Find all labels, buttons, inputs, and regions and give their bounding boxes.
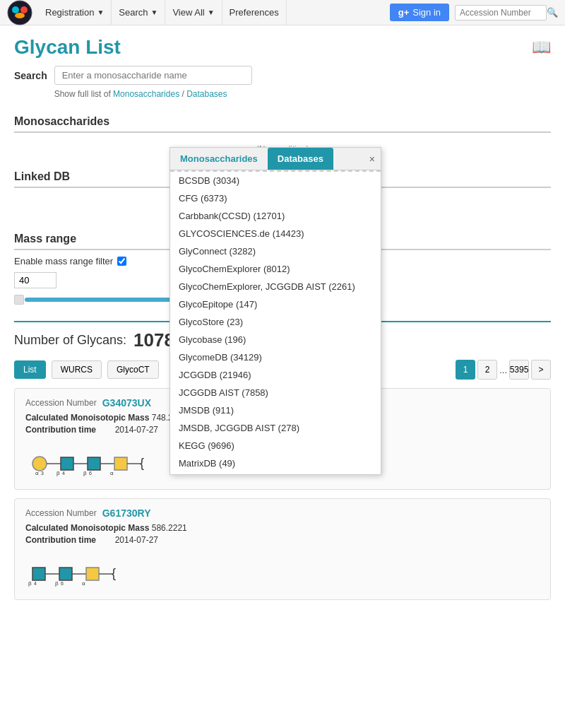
dropdown-list-item[interactable]: CFG (6373) [170, 189, 381, 207]
svg-rect-16 [114, 457, 127, 470]
svg-rect-8 [61, 457, 73, 470]
results-label: Number of Glycans: [14, 333, 126, 348]
svg-text:β: β [28, 580, 32, 587]
dropdown-list-item[interactable]: GlycoStore (23) [170, 313, 381, 331]
svg-text:α: α [82, 580, 85, 587]
monosaccharides-section-header: Monosaccharides [14, 110, 551, 133]
dropdown-list-item[interactable]: GLYCOSCIENCES.de (14423) [170, 225, 381, 242]
svg-text:{: { [112, 566, 116, 580]
mass-range-title: Mass range [14, 233, 76, 245]
page-dots: ... [499, 365, 507, 375]
logo[interactable] [7, 0, 32, 25]
accession-id-2[interactable]: G61730RY [102, 507, 151, 519]
page-2-button[interactable]: 2 [477, 360, 497, 380]
svg-text:4: 4 [34, 581, 37, 586]
dropdown-tabs: Monosaccharides Databases [170, 148, 333, 170]
svg-text:β: β [55, 580, 59, 587]
linked-db-title: Linked DB [14, 170, 70, 182]
svg-text:β: β [56, 470, 60, 476]
dropdown-list: BCSDB (3034)CFG (6373)Carbbank(CCSD) (12… [170, 170, 381, 474]
search-label-row: Search [14, 66, 551, 85]
svg-point-1 [12, 6, 19, 13]
glycan-mass-2: Calculated Monoisotopic Mass 586.2221 [25, 523, 540, 533]
glycan-drawing-2: β 4 β 6 α { [25, 552, 540, 591]
dropdown-list-item[interactable]: BCSDB (3034) [170, 172, 381, 189]
svg-text:α: α [35, 470, 39, 476]
time-label-1: Contribution time [25, 425, 96, 435]
tab-monosaccharides[interactable]: Monosaccharides [170, 148, 268, 170]
nav-registration[interactable]: Registration ▼ [38, 0, 112, 25]
dropdown-list-item[interactable]: GlycoEpitope (147) [170, 295, 381, 313]
dropdown-list-item[interactable]: PDB (889) [170, 472, 381, 474]
dropdown-list-item[interactable]: MatrixDB (49) [170, 454, 381, 472]
svg-text:6: 6 [89, 471, 92, 476]
time-label-2: Contribution time [25, 535, 96, 545]
help-book-icon[interactable]: 📖 [532, 38, 551, 57]
svg-point-3 [15, 13, 25, 18]
search-label: Search [14, 70, 47, 81]
accession-row-2: Accession Number G61730RY [25, 507, 540, 519]
mass-label-1: Calculated Monoisotopic Mass [25, 413, 149, 423]
dropdown-header: Monosaccharides Databases × [170, 148, 381, 170]
dropdown-list-item[interactable]: KEGG (9696) [170, 437, 381, 454]
nav-viewall[interactable]: View All ▼ [165, 0, 222, 25]
dropdown-list-item[interactable]: GlycomeDB (34129) [170, 348, 381, 366]
dropdown-list-item[interactable]: Glycobase (196) [170, 331, 381, 348]
monosaccharides-link[interactable]: Monosaccharides [113, 89, 179, 99]
header-search-icon[interactable]: 🔍 [547, 7, 558, 18]
mass-min-input[interactable] [14, 272, 56, 288]
accession-label-2: Accession Number [25, 508, 97, 518]
svg-rect-24 [59, 568, 72, 580]
page-next-button[interactable]: > [531, 360, 551, 380]
page-1-button[interactable]: 1 [456, 360, 475, 380]
svg-rect-12 [88, 457, 100, 470]
mass-label-2: Calculated Monoisotopic Mass [25, 523, 149, 533]
pagination: 1 2 ... 5395 > [456, 360, 551, 380]
format-list-button[interactable]: List [14, 360, 46, 379]
format-glycoct-button[interactable]: GlycoCT [107, 360, 159, 379]
svg-text:6: 6 [61, 581, 64, 586]
dropdown-list-item[interactable]: JMSDB, JCGGDB AIST (278) [170, 419, 381, 437]
mass-value-2: 586.2221 [152, 523, 187, 533]
header-right: g+ Sign in 🔍 [384, 4, 558, 21]
databases-link[interactable]: Databases [186, 89, 227, 99]
glycan-svg-1: α 3 β 4 β 6 α [25, 444, 188, 479]
dropdown-list-item[interactable]: JCGGDB AIST (7858) [170, 384, 381, 401]
accession-label-1: Accession Number [25, 398, 97, 408]
dropdown-list-item[interactable]: Carbbank(CCSD) (12701) [170, 207, 381, 225]
dropdown-list-item[interactable]: GlycoChemExplorer (8012) [170, 260, 381, 278]
svg-text:β: β [83, 470, 87, 476]
nav-search[interactable]: Search ▼ [112, 0, 165, 25]
dropdown-list-item[interactable]: GlycoChemExplorer, JCGGDB AIST (2261) [170, 278, 381, 295]
dropdown-close-button[interactable]: × [364, 151, 381, 168]
dropdown-list-item[interactable]: JCGGDB (21946) [170, 366, 381, 384]
page-title-section: Glycan List 📖 [0, 25, 565, 66]
format-wurcs-button[interactable]: WURCS [52, 360, 102, 379]
sign-in-button[interactable]: g+ Sign in [390, 4, 449, 21]
main-header: Registration ▼ Search ▼ View All ▼ Prefe… [0, 0, 565, 25]
svg-text:{: { [140, 456, 144, 470]
time-value-1: 2014-07-27 [115, 425, 158, 435]
monosaccharides-title: Monosaccharides [14, 115, 109, 127]
page-title: Glycan List 📖 [14, 36, 551, 59]
accession-id-1[interactable]: G34073UX [102, 397, 151, 409]
dropdown-list-item[interactable]: GlyConnect (3282) [170, 242, 381, 260]
accession-search-input[interactable] [455, 5, 547, 20]
glycan-card-2: Accession Number G61730RY Calculated Mon… [14, 498, 551, 600]
slider-handle-left[interactable] [14, 295, 24, 305]
database-dropdown-panel: Monosaccharides Databases × BCSDB (3034)… [170, 147, 381, 475]
main-content: Search Show full list of Monosaccharides… [0, 66, 565, 600]
nav-search-arrow: ▼ [150, 8, 157, 16]
nav-preferences[interactable]: Preferences [222, 0, 287, 25]
nav-registration-arrow: ▼ [97, 8, 104, 16]
google-icon: g+ [398, 7, 410, 18]
monosaccharide-search-input[interactable] [54, 66, 252, 85]
svg-text:4: 4 [62, 471, 65, 476]
search-section: Search Show full list of Monosaccharides… [14, 66, 551, 99]
dropdown-list-item[interactable]: JMSDB (911) [170, 401, 381, 419]
time-value-2: 2014-07-27 [115, 535, 158, 545]
tab-databases[interactable]: Databases [268, 148, 333, 170]
enable-mass-range-checkbox[interactable] [117, 257, 126, 266]
svg-rect-28 [86, 568, 99, 580]
page-last-button[interactable]: 5395 [509, 360, 529, 380]
